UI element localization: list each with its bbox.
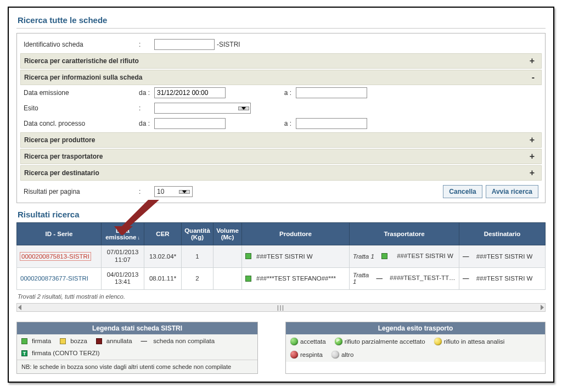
band-rifiuto-label: Ricerca per caratteristiche del rifiuto xyxy=(24,57,139,65)
processo-label: Data concl. processo xyxy=(24,120,139,127)
data-emiss-label: Data emissione xyxy=(24,89,139,97)
results-count: Trovati 2 risultati, tutti mostrati in e… xyxy=(16,290,546,303)
perpage-row: Risultati per pagina : 10 Cancella Avvia… xyxy=(20,183,542,200)
row-dest: — ###TEST SISTRI W xyxy=(463,253,542,260)
col-id[interactable]: ID - Serie xyxy=(17,223,102,245)
legend-attesa: rifiuto in attesa analisi xyxy=(434,338,505,345)
cancel-button[interactable]: Cancella xyxy=(443,185,482,198)
legend-esito-title: Legenda esito trasporto xyxy=(286,322,545,334)
legend-altro: altro xyxy=(331,351,353,359)
band-info-label: Ricerca per informazioni sulla scheda xyxy=(24,74,142,81)
status-square-icon xyxy=(381,253,387,259)
processo-row: Data concl. processo da : a : xyxy=(20,116,542,131)
colon: : xyxy=(139,41,154,48)
data-emissione-row: Data emissione da : a : xyxy=(20,85,542,100)
row-trasp: Tratta 1 ###TEST SISTRI W xyxy=(353,253,456,260)
collapse-icon: - xyxy=(529,72,538,82)
data-emiss-a-input[interactable] xyxy=(296,87,367,98)
esito-row: Esito : xyxy=(20,100,542,116)
esito-select[interactable] xyxy=(154,103,251,114)
band-dest-label: Ricerca per destinatario xyxy=(24,169,99,177)
perpage-value: 10 xyxy=(157,188,164,195)
legend-contoterzi: Tfirmata (CONTO TERZI) xyxy=(21,350,253,356)
legend-annullata: annullata xyxy=(96,338,132,344)
status-square-icon xyxy=(245,253,251,259)
legend-esito: Legenda esito trasporto accettata rifiut… xyxy=(285,322,546,374)
legend-nb: NB: le schede in bozza sono viste dagli … xyxy=(17,360,257,373)
scroll-track: ||| xyxy=(21,305,541,311)
row-vol xyxy=(213,267,242,290)
expand-icon: + xyxy=(526,135,538,145)
scroll-right-icon xyxy=(541,305,544,310)
col-vol[interactable]: Volume (Mc) xyxy=(213,223,242,245)
row-date: 07/01/201311:07 xyxy=(102,245,144,268)
search-panel: Identificativo scheda : -SISTRI Ricerca … xyxy=(16,33,546,203)
legend-parziale: rifiuto parzialmente accettato xyxy=(335,338,425,345)
a-label: a : xyxy=(275,120,291,127)
da-label: da : xyxy=(139,120,154,127)
band-trasportatore[interactable]: Ricerca per trasportatore + xyxy=(20,149,542,164)
band-destinatario[interactable]: Ricerca per destinatario + xyxy=(20,165,542,181)
table-row: 0000200875813-SISTRI07/01/201311:0713.02… xyxy=(17,245,546,268)
colon: : xyxy=(139,188,154,195)
esito-label: Esito xyxy=(24,104,139,112)
perpage-label: Risultati per pagina xyxy=(24,188,139,195)
col-dest[interactable]: Destinatario xyxy=(459,223,546,245)
processo-a-input[interactable] xyxy=(296,118,367,129)
expand-icon: + xyxy=(526,168,538,178)
row-id-link[interactable]: 0000200875813-SISTRI xyxy=(20,253,91,260)
data-emiss-da-input[interactable] xyxy=(154,87,226,98)
chevron-down-icon xyxy=(182,191,187,193)
band-info[interactable]: Ricerca per informazioni sulla scheda - xyxy=(20,70,542,85)
legend-stati: Legenda stati scheda SISTRI firmata bozz… xyxy=(16,322,258,374)
expand-icon: + xyxy=(526,152,538,161)
page-frame: Ricerca tutte le schede Identificativo s… xyxy=(8,7,554,383)
col-cer[interactable]: CER xyxy=(144,223,182,245)
search-button[interactable]: Avvia ricerca xyxy=(486,185,538,198)
page-title: Ricerca tutte le schede xyxy=(16,12,546,29)
da-label: da : xyxy=(139,89,154,97)
row-qta: 2 xyxy=(182,267,213,290)
row-prod: ###***TEST STEFANO##*** xyxy=(245,275,346,282)
band-prod-label: Ricerca per produttore xyxy=(24,136,95,144)
row-vol xyxy=(213,245,242,268)
id-suffix: -SISTRI xyxy=(217,41,240,48)
chevron-down-icon xyxy=(241,107,246,110)
band-trasp-label: Ricerca per trasportatore xyxy=(24,153,103,160)
row-date: 04/01/201313:41 xyxy=(102,267,144,290)
row-cer: 08.01.11* xyxy=(144,267,182,290)
row-dest: — ###TEST SISTRI W xyxy=(463,275,542,282)
status-square-icon xyxy=(245,276,251,282)
col-prod[interactable]: Produttore xyxy=(242,223,350,245)
a-label: a : xyxy=(275,89,291,97)
horizontal-scrollbar[interactable]: ||| xyxy=(16,303,546,312)
legend-accettata: accettata xyxy=(290,338,326,345)
legend-respinta: respinta xyxy=(290,351,323,359)
legend-bozza: bozza xyxy=(60,338,87,344)
id-row: Identificativo scheda : -SISTRI xyxy=(20,37,542,52)
band-produttore[interactable]: Ricerca per produttore + xyxy=(20,132,542,148)
legend-firmata: firmata xyxy=(21,338,51,344)
results-title: Risultati ricerca xyxy=(16,203,546,222)
results-table: ID - Serie Data emissione↓ CER Quantità … xyxy=(16,222,546,290)
row-trasp: Tratta 1 — ####TEST_TEST-TTRA IACONA xyxy=(353,272,456,285)
colon: : xyxy=(139,104,154,112)
col-data[interactable]: Data emissione↓ xyxy=(102,223,144,245)
sort-desc-icon: ↓ xyxy=(137,235,140,240)
processo-da-input[interactable] xyxy=(154,118,226,129)
legends: Legenda stati scheda SISTRI firmata bozz… xyxy=(16,322,546,374)
col-qta[interactable]: Quantità (Kg) xyxy=(182,223,213,245)
table-row: 0000200873677-SISTRI04/01/201313:4108.01… xyxy=(17,267,546,290)
id-label: Identificativo scheda xyxy=(24,41,139,48)
col-trasp[interactable]: Trasportatore xyxy=(350,223,459,245)
row-qta: 1 xyxy=(182,245,213,268)
row-id-link[interactable]: 0000200873677-SISTRI xyxy=(20,275,88,282)
row-prod: ###TEST SISTRI W xyxy=(245,253,346,260)
id-input[interactable] xyxy=(154,39,215,50)
row-cer: 13.02.04* xyxy=(144,245,182,268)
legend-noncomp: — scheda non compilata xyxy=(141,338,215,344)
perpage-select[interactable]: 10 xyxy=(154,186,193,197)
legend-stati-title: Legenda stati scheda SISTRI xyxy=(17,322,257,334)
expand-icon: + xyxy=(526,56,538,66)
band-rifiuto[interactable]: Ricerca per caratteristiche del rifiuto … xyxy=(20,53,542,69)
